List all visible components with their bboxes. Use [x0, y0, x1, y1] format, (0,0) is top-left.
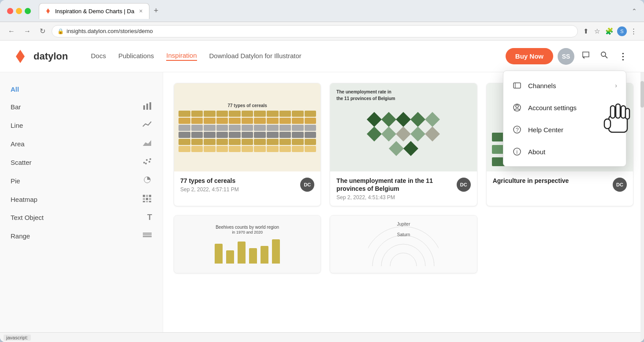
sidebar-item-text[interactable]: Text Object T [0, 208, 163, 227]
svg-marker-1 [16, 50, 25, 63]
nav-download[interactable]: Download Datylon for Illustrator [209, 52, 302, 60]
card-cereals-footer: 77 types of cereals Sep 2, 2022, 4:57:11… [174, 171, 320, 198]
search-icon-button[interactable] [597, 48, 611, 64]
scroll-indicator[interactable] [640, 72, 644, 342]
card-belgium-date: Sep 2, 2022, 4:51:43 PM [336, 194, 453, 201]
svg-rect-22 [149, 201, 151, 202]
window-control-expand[interactable]: ⌃ [632, 7, 637, 15]
dropdown-account-settings[interactable]: Account settings [503, 97, 626, 119]
chat-icon-button[interactable] [579, 48, 593, 64]
dropdown-channels[interactable]: Channels › [503, 74, 626, 97]
card-beehive[interactable]: Beehives counts by world regionin 1970 a… [174, 215, 321, 273]
address-text: insights.datylon.com/stories/demo [67, 28, 153, 34]
svg-rect-14 [143, 195, 145, 197]
card-cereals-title: 77 types of cereals [180, 177, 297, 185]
nav-inspiration[interactable]: Inspiration [166, 52, 197, 61]
solar-label-jupiter: Jupiter [397, 222, 410, 227]
card-belgium-title: The unemployment rate in the 11 province… [336, 177, 453, 193]
active-tab[interactable]: Inspiration & Demo Charts | Da ✕ [39, 3, 149, 19]
sidebar-item-scatter[interactable]: Scatter [0, 153, 163, 171]
browser-titlebar: Inspiration & Demo Charts | Da ✕ + ⌃ [0, 0, 644, 22]
card-agriculture-footer: Agriculture in perspective DC [487, 171, 633, 197]
text-object-icon: T [147, 213, 152, 222]
dropdown-channels-label: Channels [528, 82, 556, 89]
svg-marker-0 [46, 8, 50, 14]
tab-bar: Inspiration & Demo Charts | Da ✕ + [39, 3, 161, 19]
svg-point-10 [149, 161, 150, 163]
logo[interactable]: datylon [14, 48, 68, 65]
svg-rect-30 [514, 83, 521, 88]
sidebar-label-area: Area [11, 140, 25, 148]
card-agriculture-info: Agriculture in perspective [493, 177, 609, 186]
top-nav: datylon Docs Publications Inspiration Do… [0, 41, 644, 72]
nav-docs[interactable]: Docs [91, 52, 106, 60]
more-icon[interactable]: ⋮ [629, 26, 639, 37]
tab-close-button[interactable]: ✕ [139, 8, 143, 14]
sidebar-item-range[interactable]: Range [0, 227, 163, 245]
sidebar-label-heatmap: Heatmap [11, 196, 37, 203]
maximize-traffic-light[interactable] [25, 8, 31, 14]
buy-now-button[interactable]: Buy Now [506, 48, 553, 64]
nav-right: Buy Now SS ⋮ [506, 48, 630, 65]
profile-icon[interactable]: S [617, 26, 627, 36]
svg-point-12 [149, 158, 151, 160]
card-cereals-info: 77 types of cereals Sep 2, 2022, 4:57:11… [180, 177, 297, 193]
sidebar-item-bar[interactable]: Bar [0, 97, 163, 116]
belgium-overlay-title: The unemployment rate inthe 11 provinces… [336, 89, 395, 102]
svg-rect-16 [149, 195, 151, 197]
sidebar-item-area[interactable]: Area [0, 134, 163, 153]
beehive-bars [215, 237, 280, 264]
account-settings-icon [512, 103, 522, 112]
solar-label-saturn: Saturn [397, 232, 410, 237]
card-agriculture-title: Agriculture in perspective [493, 177, 609, 185]
svg-point-32 [516, 105, 518, 108]
card-belgium[interactable]: The unemployment rate inthe 11 provinces… [330, 83, 477, 206]
svg-marker-7 [143, 140, 151, 146]
svg-rect-15 [146, 195, 148, 197]
svg-text:i: i [517, 149, 518, 155]
card-cereals[interactable]: 77 types of cereals [174, 83, 321, 206]
dropdown-help-center[interactable]: ? Help Center [503, 119, 626, 141]
nav-publications[interactable]: Publications [118, 52, 154, 60]
dropdown-help-label: Help Center [528, 126, 563, 134]
forward-button[interactable]: → [21, 26, 34, 37]
dropdown-about[interactable]: i About [503, 141, 626, 163]
sidebar-item-line[interactable]: Line [0, 116, 163, 134]
channels-chevron: › [615, 82, 617, 89]
card-belgium-info: The unemployment rate in the 11 province… [336, 177, 453, 201]
new-tab-button[interactable]: + [151, 6, 161, 15]
user-avatar-button[interactable]: SS [558, 48, 574, 65]
scatter-chart-icon [142, 157, 152, 167]
svg-point-9 [146, 159, 148, 161]
bookmark-icon[interactable]: ☆ [592, 26, 602, 37]
extensions-icon[interactable]: 🧩 [603, 26, 615, 37]
lock-icon: 🔒 [57, 28, 64, 34]
tab-title: Inspiration & Demo Charts | Da [55, 8, 134, 15]
close-traffic-light[interactable] [7, 8, 13, 14]
card-cereals-avatar: DC [300, 178, 314, 192]
line-chart-icon [142, 120, 152, 130]
chat-icon [581, 51, 590, 59]
sidebar-label-range: Range [11, 232, 30, 240]
logo-icon [14, 48, 31, 65]
sidebar-label-scatter: Scatter [11, 159, 32, 166]
sidebar-item-all[interactable]: All [0, 81, 163, 97]
svg-rect-19 [149, 198, 151, 200]
card-solar[interactable]: Jupiter Saturn [330, 215, 477, 273]
sidebar-label-text: Text Object [11, 214, 44, 221]
card-beehive-image: Beehives counts by world regionin 1970 a… [174, 216, 320, 273]
sidebar-item-heatmap[interactable]: Heatmap [0, 190, 163, 208]
card-agriculture-avatar: DC [613, 178, 627, 192]
minimize-traffic-light[interactable] [16, 8, 22, 14]
refresh-button[interactable]: ↻ [37, 25, 48, 37]
more-menu-button[interactable]: ⋮ [616, 48, 630, 64]
browser-window: Inspiration & Demo Charts | Da ✕ + ⌃ ← →… [0, 0, 644, 342]
share-icon[interactable]: ⬆ [581, 26, 591, 37]
back-button[interactable]: ← [5, 26, 18, 37]
card-solar-image: Jupiter Saturn [330, 216, 476, 273]
address-bar[interactable]: 🔒 insights.datylon.com/stories/demo [52, 25, 578, 37]
sidebar-item-pie[interactable]: Pie [0, 171, 163, 190]
svg-rect-17 [143, 198, 145, 200]
svg-point-8 [143, 162, 145, 164]
scroll-thumb[interactable] [640, 81, 644, 108]
